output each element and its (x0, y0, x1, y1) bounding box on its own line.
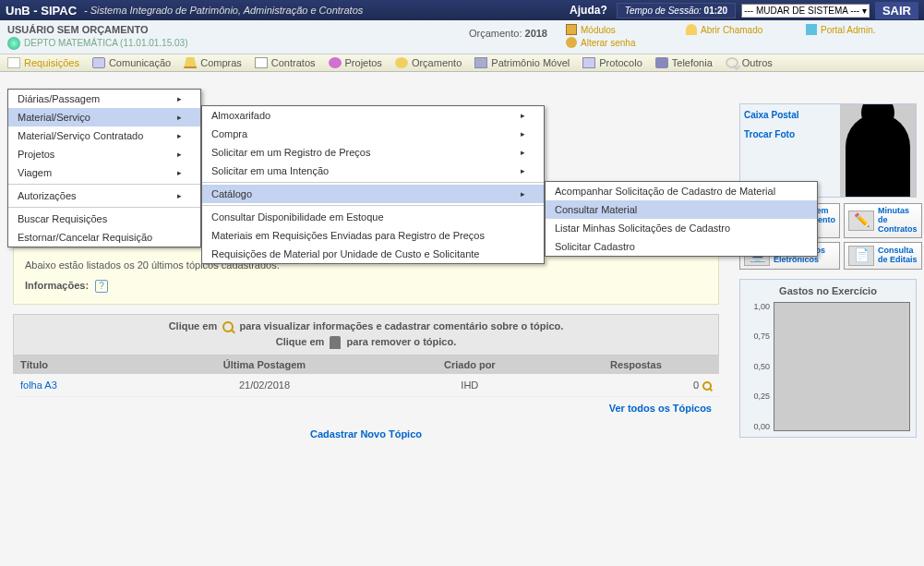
th-titulo: Título (13, 355, 142, 374)
dd-compra[interactable]: Compra▸ (202, 125, 544, 143)
trocar-foto-link[interactable]: Trocar Foto (744, 129, 836, 139)
dd-material-servico[interactable]: Material/Serviço▸ (8, 108, 200, 126)
minutas-button[interactable]: ✏️Minutas de Contratos (844, 203, 922, 238)
contract-icon (255, 57, 268, 68)
dd-consultar-material[interactable]: Consultar Material (546, 200, 817, 219)
sidebar-right: Caixa Postal Trocar Foto Editar Perfil 📋… (732, 72, 924, 458)
session-timer: Tempo de Sessão: 01:20 (617, 3, 736, 18)
table-row[interactable]: folha A3 21/02/2018 IHD 0 (13, 374, 719, 397)
chart-area: 1,00 0,75 0,50 0,25 0,00 (746, 302, 910, 431)
avatar (840, 104, 916, 197)
monitor-icon (474, 57, 487, 68)
chevron-right-icon: ▸ (177, 191, 182, 200)
orc-label: Orçamento: (469, 28, 522, 39)
dd-projetos[interactable]: Projetos▸ (8, 145, 200, 163)
ytick: 1,00 (746, 302, 770, 311)
cadastrar-novo-link[interactable]: Cadastrar Novo Tópico (310, 428, 422, 440)
portal-admin-link[interactable]: Portal Admin. (806, 24, 917, 35)
alterar-senha-link[interactable]: Alterar senha (566, 37, 677, 48)
menu-contratos[interactable]: Contratos (255, 57, 316, 68)
dd-catalogo[interactable]: Catálogo▸ (202, 185, 544, 203)
ver-todos-link[interactable]: Ver todos os Tópicos (609, 403, 712, 414)
dropdown-material-servico: Almoxarifado▸ Compra▸ Solicitar em um Re… (201, 105, 545, 264)
silhouette-icon (846, 114, 910, 197)
cart-icon (184, 57, 197, 68)
trash-icon (330, 336, 341, 349)
chevron-right-icon: ▸ (177, 168, 182, 177)
chart-title: Gastos no Exercício (746, 285, 910, 296)
chevron-right-icon: ▸ (177, 113, 182, 122)
ver-todos-wrap: Ver todos os Tópicos (13, 397, 719, 419)
dropdown-catalogo: Acompanhar Solicitação de Cadastro de Ma… (545, 181, 818, 257)
help-icon[interactable]: ? (95, 280, 108, 293)
dd-almoxarifado[interactable]: Almoxarifado▸ (202, 106, 544, 125)
help-link[interactable]: Ajuda? (570, 4, 607, 17)
minutas-icon: ✏️ (848, 211, 874, 231)
cadastrar-wrap: Cadastrar Novo Tópico (13, 419, 719, 449)
doc-icon (7, 57, 20, 68)
caixa-postal-link[interactable]: Caixa Postal (744, 110, 836, 120)
menu-telefonia[interactable]: Telefonia (655, 57, 713, 68)
row-ultima: 21/02/2018 (142, 374, 387, 397)
menu-orcamento[interactable]: Orçamento (395, 57, 462, 68)
row-titulo[interactable]: folha A3 (13, 374, 142, 397)
menu-protocolo[interactable]: Protocolo (582, 57, 642, 68)
view-icon[interactable] (702, 381, 712, 391)
hint-2: Clique em para remover o tópico. (19, 336, 713, 349)
dd-autorizacoes[interactable]: Autorizações▸ (8, 187, 200, 205)
chevron-right-icon: ▸ (521, 111, 525, 120)
dd-solicitar-intencao[interactable]: Solicitar em uma Intenção▸ (202, 162, 544, 180)
menu-requisicoes[interactable]: Requisições (7, 57, 79, 68)
orc-year: 2018 (525, 28, 547, 39)
th-criado: Criado por (387, 355, 553, 374)
info-line: Informações: ? (25, 280, 707, 293)
menu-projetos[interactable]: Projetos (329, 57, 382, 68)
dd-solicitar-registro[interactable]: Solicitar em um Registro de Preços▸ (202, 143, 544, 162)
menu-comunicacao[interactable]: Comunicação (92, 57, 171, 68)
chart-box: Gastos no Exercício 1,00 0,75 0,50 0,25 … (739, 279, 917, 438)
dd-material-contratado[interactable]: Material/Serviço Contratado▸ (8, 126, 200, 145)
box-icon (566, 24, 577, 35)
header-links: Módulos Abrir Chamado Portal Admin. Alte… (566, 24, 917, 48)
money-icon (395, 57, 408, 68)
dropdown-requisicoes: Diárias/Passagem▸ Material/Serviço▸ Mate… (7, 89, 201, 247)
sub-header: USUÁRIO SEM ORÇAMENTO DEPTO MATEMÁTICA (… (0, 20, 924, 54)
user-name: USUÁRIO SEM ORÇAMENTO (7, 24, 469, 35)
key-icon (566, 37, 577, 48)
dd-solicitar-cadastro[interactable]: Solicitar Cadastro (546, 237, 817, 256)
consulta-editais-button[interactable]: 📄Consulta de Editais (844, 242, 922, 270)
hint-1: Clique em para visualizar informações e … (19, 320, 713, 332)
header-bar: UnB - SIPAC - Sistema Integrado de Patri… (0, 0, 924, 20)
dd-estornar[interactable]: Estornar/Cancelar Requisição (8, 228, 200, 247)
editais-icon: 📄 (848, 246, 874, 266)
dd-consultar-disponibilidade[interactable]: Consultar Disponibilidade em Estoque (202, 208, 544, 226)
system-select[interactable]: --- MUDAR DE SISTEMA --- ▾ (741, 4, 870, 18)
dd-diarias[interactable]: Diárias/Passagem▸ (8, 90, 200, 108)
logout-button[interactable]: SAIR (875, 2, 918, 19)
app-logo: UnB - SIPAC (6, 4, 77, 18)
row-respostas: 0 (553, 374, 719, 397)
chevron-right-icon: ▸ (521, 189, 525, 199)
abrir-chamado-link[interactable]: Abrir Chamado (686, 24, 797, 35)
session-label: Tempo de Sessão: (625, 6, 702, 16)
dd-acompanhar-solicitacao[interactable]: Acompanhar Solicitação de Cadastro de Ma… (546, 182, 817, 200)
dd-viagem[interactable]: Viagem▸ (8, 163, 200, 182)
info-label: Informações: (25, 280, 89, 291)
dept-label: DEPTO MATEMÁTICA (11.01.01.15.03) (24, 38, 187, 48)
modulos-link[interactable]: Módulos (566, 24, 677, 35)
dept-line: DEPTO MATEMÁTICA (11.01.01.15.03) (7, 37, 469, 50)
hint-box: Clique em para visualizar informações e … (13, 314, 719, 355)
dd-requisicoes-material[interactable]: Requisições de Material por Unidade de C… (202, 245, 544, 263)
dd-listar-solicitacoes[interactable]: Listar Minhas Solicitações de Cadastro (546, 219, 817, 237)
ytick: 0,50 (746, 362, 770, 371)
menu-outros[interactable]: Outros (726, 57, 773, 68)
session-time: 01:20 (704, 6, 728, 16)
th-respostas: Respostas (553, 355, 719, 374)
menu-patrimonio[interactable]: Patrimônio Móvel (474, 57, 570, 68)
chevron-right-icon: ▸ (521, 166, 525, 175)
menu-compras[interactable]: Compras (184, 57, 242, 68)
dd-materiais-requisicoes[interactable]: Materiais em Requisições Enviadas para R… (202, 226, 544, 245)
ytick: 0,75 (746, 331, 770, 341)
dd-buscar[interactable]: Buscar Requisições (8, 210, 200, 228)
ytick: 0,00 (746, 422, 770, 431)
